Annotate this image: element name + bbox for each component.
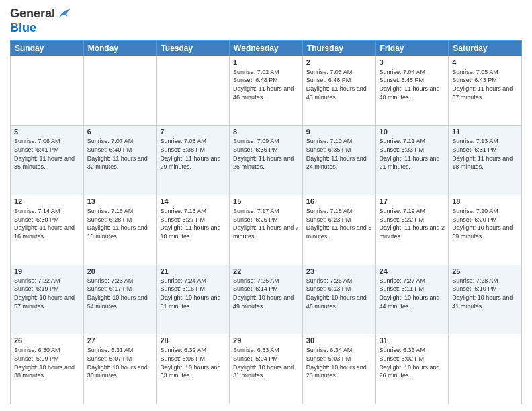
daylight-label: Daylight: 10 hours and 38 minutes. [14,364,75,379]
calendar-cell: 23 Sunrise: 7:26 AM Sunset: 6:13 PM Dayl… [302,265,375,334]
day-info: Sunrise: 7:25 AM Sunset: 6:14 PM Dayligh… [233,277,299,310]
sunset-label: Sunset: 6:35 PM [306,146,351,153]
sunrise-label: Sunrise: 7:26 AM [306,277,353,284]
calendar-cell: 8 Sunrise: 7:09 AM Sunset: 6:36 PM Dayli… [230,126,303,195]
daylight-label: Daylight: 10 hours and 49 minutes. [233,294,294,310]
logo-general: General [10,7,55,20]
day-info: Sunrise: 7:28 AM Sunset: 6:10 PM Dayligh… [452,277,518,310]
sunrise-label: Sunrise: 6:36 AM [380,347,426,353]
daylight-label: Daylight: 11 hours and 32 minutes. [87,155,148,171]
calendar-cell: 30 Sunrise: 6:34 AM Sunset: 5:03 PM Dayl… [302,334,375,404]
day-number: 23 [306,267,372,275]
sunset-label: Sunset: 6:31 PM [452,146,497,153]
calendar-cell: 4 Sunrise: 7:05 AM Sunset: 6:43 PM Dayli… [449,56,522,126]
sunset-label: Sunset: 6:38 PM [160,146,205,153]
calendar-cell: 31 Sunrise: 6:36 AM Sunset: 5:02 PM Dayl… [375,334,449,404]
day-number: 7 [160,128,226,136]
day-number: 11 [452,128,518,136]
sunrise-label: Sunrise: 7:11 AM [380,138,426,144]
daylight-label: Daylight: 10 hours and 46 minutes. [306,294,367,310]
daylight-label: Daylight: 11 hours and 5 minutes. [306,224,372,240]
daylight-label: Daylight: 11 hours and 2 minutes. [380,224,445,240]
day-info: Sunrise: 7:04 AM Sunset: 6:45 PM Dayligh… [380,68,445,101]
day-number: 21 [160,267,226,275]
sunset-label: Sunset: 6:11 PM [380,285,425,292]
calendar-cell: 9 Sunrise: 7:10 AM Sunset: 6:35 PM Dayli… [302,126,375,195]
daylight-label: Daylight: 11 hours and 24 minutes. [306,155,367,171]
day-info: Sunrise: 7:08 AM Sunset: 6:38 PM Dayligh… [160,137,226,171]
daylight-label: Daylight: 11 hours and 10 minutes. [160,224,220,240]
day-info: Sunrise: 7:07 AM Sunset: 6:40 PM Dayligh… [87,137,153,171]
day-number: 4 [452,58,518,66]
day-number: 27 [87,336,153,345]
calendar-header-row: SundayMondayTuesdayWednesdayThursdayFrid… [11,40,522,56]
calendar-cell: 5 Sunrise: 7:06 AM Sunset: 6:41 PM Dayli… [11,126,84,195]
daylight-label: Daylight: 11 hours and 21 minutes. [380,155,440,171]
sunrise-label: Sunrise: 7:25 AM [233,277,279,284]
daylight-label: Daylight: 10 hours and 41 minutes. [452,294,513,310]
calendar-week-row: 5 Sunrise: 7:06 AM Sunset: 6:41 PM Dayli… [11,126,522,195]
sunrise-label: Sunrise: 7:03 AM [306,68,353,75]
sunset-label: Sunset: 6:27 PM [160,216,205,223]
calendar-cell: 14 Sunrise: 7:16 AM Sunset: 6:27 PM Dayl… [157,195,230,265]
calendar-day-header: Tuesday [157,40,230,56]
calendar-day-header: Monday [83,40,157,56]
daylight-label: Daylight: 11 hours and 46 minutes. [233,85,294,101]
calendar-cell: 18 Sunrise: 7:20 AM Sunset: 6:20 PM Dayl… [449,195,522,265]
sunset-label: Sunset: 5:06 PM [160,355,205,362]
sunset-label: Sunset: 6:14 PM [233,285,278,292]
calendar-day-header: Saturday [449,40,522,56]
sunset-label: Sunset: 5:07 PM [87,355,132,362]
sunrise-label: Sunrise: 7:02 AM [233,68,279,75]
daylight-label: Daylight: 11 hours and 7 minutes. [233,224,299,240]
day-info: Sunrise: 7:03 AM Sunset: 6:46 PM Dayligh… [306,68,372,101]
sunrise-label: Sunrise: 7:13 AM [452,138,498,144]
daylight-label: Daylight: 11 hours and 43 minutes. [306,85,367,101]
day-number: 15 [233,197,299,205]
calendar-cell: 15 Sunrise: 7:17 AM Sunset: 6:25 PM Dayl… [230,195,303,265]
day-number: 14 [160,197,226,205]
sunset-label: Sunset: 6:48 PM [233,77,278,83]
day-number: 29 [233,336,299,345]
day-info: Sunrise: 7:26 AM Sunset: 6:13 PM Dayligh… [306,277,372,310]
logo-bird-icon [56,7,71,21]
calendar-week-row: 19 Sunrise: 7:22 AM Sunset: 6:19 PM Dayl… [11,265,522,334]
sunrise-label: Sunrise: 7:17 AM [233,208,279,214]
daylight-label: Daylight: 10 hours and 59 minutes. [452,224,513,240]
calendar-cell: 1 Sunrise: 7:02 AM Sunset: 6:48 PM Dayli… [230,56,303,126]
day-info: Sunrise: 7:17 AM Sunset: 6:25 PM Dayligh… [233,207,299,240]
day-number: 9 [306,128,372,136]
sunset-label: Sunset: 6:10 PM [452,285,497,292]
calendar-cell: 2 Sunrise: 7:03 AM Sunset: 6:46 PM Dayli… [302,56,375,126]
calendar-cell: 12 Sunrise: 7:14 AM Sunset: 6:30 PM Dayl… [11,195,84,265]
daylight-label: Daylight: 11 hours and 35 minutes. [14,155,75,171]
sunset-label: Sunset: 6:30 PM [14,216,59,223]
day-number: 20 [87,267,153,275]
daylight-label: Daylight: 10 hours and 57 minutes. [14,294,75,310]
calendar-table: SundayMondayTuesdayWednesdayThursdayFrid… [10,40,522,404]
day-info: Sunrise: 7:19 AM Sunset: 6:22 PM Dayligh… [380,207,445,240]
daylight-label: Daylight: 11 hours and 16 minutes. [14,224,75,240]
day-info: Sunrise: 7:15 AM Sunset: 6:28 PM Dayligh… [87,207,153,240]
day-number: 13 [87,197,153,205]
logo-blue-text: Blue [10,21,71,35]
sunset-label: Sunset: 6:33 PM [380,146,425,153]
sunset-label: Sunset: 6:43 PM [452,77,497,83]
day-info: Sunrise: 6:33 AM Sunset: 5:04 PM Dayligh… [233,346,299,379]
day-info: Sunrise: 7:13 AM Sunset: 6:31 PM Dayligh… [452,137,518,171]
daylight-label: Daylight: 10 hours and 33 minutes. [160,364,220,379]
day-number: 18 [452,197,518,205]
calendar-week-row: 26 Sunrise: 6:30 AM Sunset: 5:09 PM Dayl… [11,334,522,404]
day-number: 10 [380,128,445,136]
calendar-week-row: 1 Sunrise: 7:02 AM Sunset: 6:48 PM Dayli… [11,56,522,126]
sunset-label: Sunset: 5:03 PM [306,355,351,362]
calendar-cell [11,56,84,126]
sunrise-label: Sunrise: 7:05 AM [452,68,498,75]
day-number: 30 [306,336,372,345]
logo-blue: Blue [10,21,36,34]
page-header: General Blue [10,7,522,35]
day-number: 28 [160,336,226,345]
sunrise-label: Sunrise: 6:31 AM [87,347,134,353]
day-number: 1 [233,58,299,66]
logo: General Blue [10,7,71,35]
